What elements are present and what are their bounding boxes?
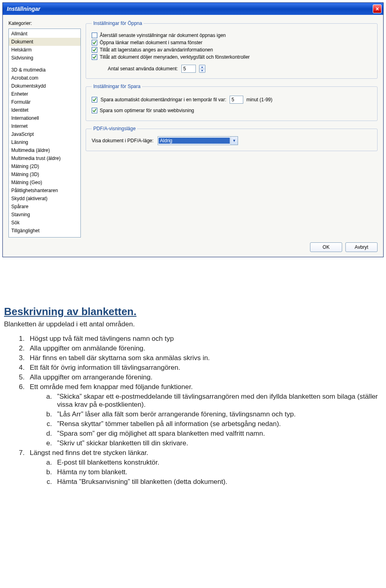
open-links-label: Öppna länkar mellan dokument i samma fön…: [100, 40, 202, 45]
category-item[interactable]: Skydd (aktiverat): [9, 195, 80, 203]
open-settings-group: Inställningar för Öppna Återställ senast…: [86, 20, 378, 79]
category-item[interactable]: Identitet: [9, 106, 80, 114]
doc-sublist-item: Hämta ny tom blankett.: [54, 468, 378, 476]
category-item[interactable]: Mätning (2D): [9, 162, 80, 170]
category-item[interactable]: Sök: [9, 219, 80, 227]
category-item[interactable]: Allmänt: [9, 30, 80, 38]
settings-window: Inställningar × Kategorier: AllmäntDokum…: [2, 2, 384, 257]
categories-listbox[interactable]: AllmäntDokumentHelskärmSidvisning3D & mu…: [8, 29, 81, 238]
category-item[interactable]: Internationell: [9, 114, 80, 122]
category-item[interactable]: Mätning (3D): [9, 170, 80, 178]
list-separator: [9, 62, 80, 66]
close-button[interactable]: ×: [373, 4, 382, 13]
pdfa-mode-value: Aldrig: [158, 137, 230, 144]
category-item[interactable]: Internet: [9, 122, 80, 130]
window-title: Inställningar: [7, 6, 40, 12]
hide-menubar-label: Tillåt att dokument döljer menyraden, ve…: [100, 54, 250, 60]
category-item[interactable]: Multimedia (äldre): [9, 146, 80, 154]
sidebar: Kategorier: AllmäntDokumentHelskärmSidvi…: [8, 20, 81, 238]
pdfa-group: PDF/A-visningsläge Visa dokument i PDF/A…: [86, 126, 378, 151]
dialog-buttons: OK Avbryt: [8, 242, 378, 252]
doc-sublist-item: E-post till blankettens konstruktör.: [54, 459, 378, 467]
doc-intro: Blanketten är uppdelad i ett antal områd…: [4, 320, 378, 328]
open-links-row: Öppna länkar mellan dokument i samma fön…: [92, 40, 372, 45]
restore-view-label: Återställ senaste vyinställningar när do…: [100, 33, 226, 38]
spinner-up-icon[interactable]: ▲: [199, 65, 205, 69]
fast-web-checkbox[interactable]: [92, 108, 97, 113]
doc-list-item: Längst ned finns det tre stycken länkar.…: [27, 449, 378, 486]
doc-main-list: Högst upp två fält med tävlingens namn o…: [4, 335, 378, 486]
titlebar: Inställningar ×: [3, 3, 383, 15]
category-item[interactable]: Läsning: [9, 138, 80, 146]
doc-list-item: Ett område med fem knappar med följande …: [27, 383, 378, 447]
doc-heading: Beskrivning av blanketten.: [4, 305, 378, 318]
doc-sublist-item: ”Skicka” skapar ett e-postmeddelande til…: [54, 393, 378, 409]
doc-sublist-item: Hämta ”Bruksanvisning” till blanketten (…: [54, 478, 378, 486]
pdfa-mode-label: Visa dokument i PDF/A-läge:: [92, 138, 154, 143]
category-item[interactable]: Dokument: [9, 38, 80, 46]
fast-web-row: Spara som optimerar för snabb webbvisnin…: [92, 108, 372, 113]
doc-sublist: ”Skicka” skapar ett e-postmeddelande til…: [30, 393, 378, 447]
save-settings-group: Inställningar för Spara Spara automatisk…: [86, 84, 378, 121]
document-body: Beskrivning av blanketten. Blanketten är…: [0, 257, 386, 496]
restore-view-checkbox[interactable]: [92, 33, 97, 38]
category-item[interactable]: Mätning (Geo): [9, 178, 80, 186]
category-item[interactable]: Stavning: [9, 211, 80, 219]
save-group-legend: Inställningar för Spara: [92, 84, 142, 89]
recent-docs-spinner[interactable]: ▲ ▼: [199, 65, 205, 73]
category-item[interactable]: Spårare: [9, 203, 80, 211]
recent-docs-label: Antal senast använda dokument:: [108, 66, 178, 72]
category-item[interactable]: JavaScript: [9, 130, 80, 138]
doc-list-item: Alla uppgifter om arrangerande förening.: [27, 373, 378, 381]
ok-button[interactable]: OK: [310, 242, 342, 252]
autosave-checkbox[interactable]: [92, 97, 97, 102]
window-body: Kategorier: AllmäntDokumentHelskärmSidvi…: [3, 15, 383, 257]
layer-status-label: Tillåt att lagerstatus anges av användar…: [100, 47, 213, 53]
doc-sublist: E-post till blankettens konstruktör.Hämt…: [30, 459, 378, 486]
chevron-down-icon: ▼: [230, 137, 238, 145]
pdfa-group-legend: PDF/A-visningsläge: [92, 126, 137, 131]
hide-menubar-row: Tillåt att dokument döljer menyraden, ve…: [92, 54, 372, 60]
settings-panel: Inställningar för Öppna Återställ senast…: [86, 20, 378, 238]
doc-sublist-item: ”Spara som” ger dig möjlighet att spara …: [54, 430, 378, 438]
category-item[interactable]: Tillgänglighet: [9, 227, 80, 235]
layer-status-row: Tillåt att lagerstatus anges av användar…: [92, 47, 372, 53]
doc-list-item: Ett fält för övrig information till tävl…: [27, 364, 378, 372]
category-item[interactable]: Sidvisning: [9, 54, 80, 62]
open-links-checkbox[interactable]: [92, 40, 97, 45]
fast-web-label: Spara som optimerar för snabb webbvisnin…: [100, 108, 194, 113]
layer-status-checkbox[interactable]: [92, 47, 97, 53]
pdfa-mode-select[interactable]: Aldrig ▼: [158, 136, 238, 145]
autosave-minutes-input[interactable]: [230, 96, 243, 104]
category-item[interactable]: Formulär: [9, 98, 80, 106]
cancel-button[interactable]: Avbryt: [345, 242, 378, 252]
category-item[interactable]: Helskärm: [9, 46, 80, 54]
autosave-unit-label: minut (1-99): [246, 97, 273, 102]
category-item[interactable]: Acrobat.com: [9, 74, 80, 82]
category-item[interactable]: Dokumentskydd: [9, 82, 80, 90]
categories-label: Kategorier:: [8, 20, 81, 26]
hide-menubar-checkbox[interactable]: [92, 54, 97, 60]
recent-docs-input[interactable]: [181, 65, 196, 73]
close-icon: ×: [376, 6, 379, 12]
doc-list-item: Alla uppgifter om anmälande förening.: [27, 344, 378, 352]
doc-list-item: Här finns en tabell där skyttarna som sk…: [27, 354, 378, 362]
doc-sublist-item: ”Rensa skyttar” tömmer tabellen på all i…: [54, 420, 378, 428]
restore-view-row: Återställ senaste vyinställningar när do…: [92, 33, 372, 38]
doc-sublist-item: ”Lås Arr” låser alla fält som berör arra…: [54, 410, 378, 418]
category-item[interactable]: 3D & mutimedia: [9, 66, 80, 74]
doc-sublist-item: ”Skriv ut” skickar blanketten till din s…: [54, 439, 378, 447]
category-item[interactable]: Pålitlighetshanteraren: [9, 186, 80, 195]
autosave-label: Spara automatiskt dokumentändringar i en…: [101, 97, 226, 102]
doc-list-item: Högst upp två fält med tävlingens namn o…: [27, 335, 378, 343]
category-item[interactable]: Multimedia trust (äldre): [9, 154, 80, 162]
recent-docs-row: Antal senast använda dokument: ▲ ▼: [108, 65, 372, 73]
open-group-legend: Inställningar för Öppna: [92, 20, 144, 26]
autosave-row: Spara automatiskt dokumentändringar i en…: [92, 96, 372, 104]
spinner-down-icon[interactable]: ▼: [199, 69, 205, 73]
category-item[interactable]: Enheter: [9, 90, 80, 98]
